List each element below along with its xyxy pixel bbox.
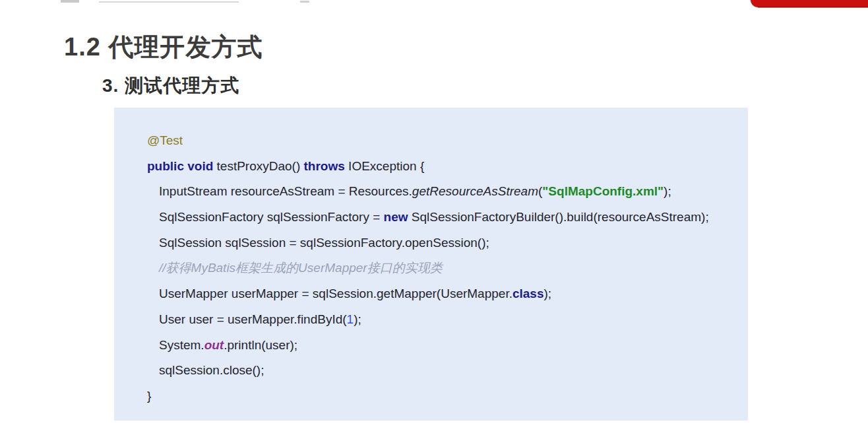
- code-token-plain: testProxyDao(): [217, 159, 304, 173]
- code-token-number: 1: [347, 312, 354, 326]
- code-line: UserMapper userMapper = sqlSession.getMa…: [114, 281, 748, 307]
- code-line: System.out.println(user);: [114, 333, 748, 359]
- code-token-keyword: new: [384, 210, 412, 224]
- code-line: User user = userMapper.findById(1);: [114, 307, 748, 333]
- code-token-plain: User user = userMapper.findById(: [159, 312, 347, 326]
- page-subtitle: 3. 测试代理方式: [102, 73, 239, 98]
- top-edge-artifact-dot: [300, 1, 309, 3]
- code-line: @Test: [114, 128, 748, 154]
- top-edge-artifact-dash: [61, 0, 79, 3]
- code-token-plain: System.: [159, 338, 204, 352]
- top-edge-artifact-line: [99, 1, 239, 3]
- code-line: public void testProxyDao() throws IOExce…: [114, 154, 748, 180]
- code-token-plain: InputStream resourceAsStream = Resources…: [159, 184, 412, 198]
- code-line: InputStream resourceAsStream = Resources…: [114, 179, 748, 205]
- code-token-keyword: public void: [147, 159, 217, 173]
- code-token-keyword: throws: [304, 159, 349, 173]
- video-player-progress-bar[interactable]: [751, 0, 868, 7]
- code-token-annotation: @Test: [147, 133, 183, 147]
- code-token-method: getResourceAsStream: [412, 184, 538, 198]
- code-token-plain: .println(user);: [224, 338, 297, 352]
- code-line: }: [114, 384, 748, 409]
- code-token-plain: sqlSession.close();: [159, 363, 264, 377]
- code-token-plain: SqlSessionFactoryBuilder().build(resourc…: [412, 210, 709, 224]
- code-token-plain: }: [147, 389, 151, 403]
- code-block: @Testpublic void testProxyDao() throws I…: [114, 108, 748, 421]
- code-line: SqlSession sqlSession = sqlSessionFactor…: [114, 230, 748, 256]
- code-token-keyword: class: [512, 287, 544, 300]
- page-title: 1.2 代理开发方式: [64, 30, 263, 64]
- code-token-plain: );: [664, 184, 671, 198]
- code-line: SqlSessionFactory sqlSessionFactory = ne…: [114, 205, 748, 230]
- code-token-plain: SqlSession sqlSession = sqlSessionFactor…: [159, 236, 489, 250]
- code-token-plain: SqlSessionFactory sqlSessionFactory =: [159, 210, 384, 224]
- code-token-plain: IOException {: [348, 159, 424, 173]
- code-token-comment: //获得MyBatis框架生成的UserMapper接口的实现类: [159, 261, 443, 275]
- code-token-plain: );: [544, 287, 552, 300]
- code-line: sqlSession.close();: [114, 358, 748, 384]
- code-line: //获得MyBatis框架生成的UserMapper接口的实现类: [114, 256, 748, 281]
- code-token-field: out: [204, 338, 224, 352]
- code-token-string: "SqlMapConfig.xml": [542, 184, 664, 198]
- code-token-plain: UserMapper userMapper = sqlSession.getMa…: [159, 287, 512, 300]
- code-token-plain: );: [354, 312, 361, 326]
